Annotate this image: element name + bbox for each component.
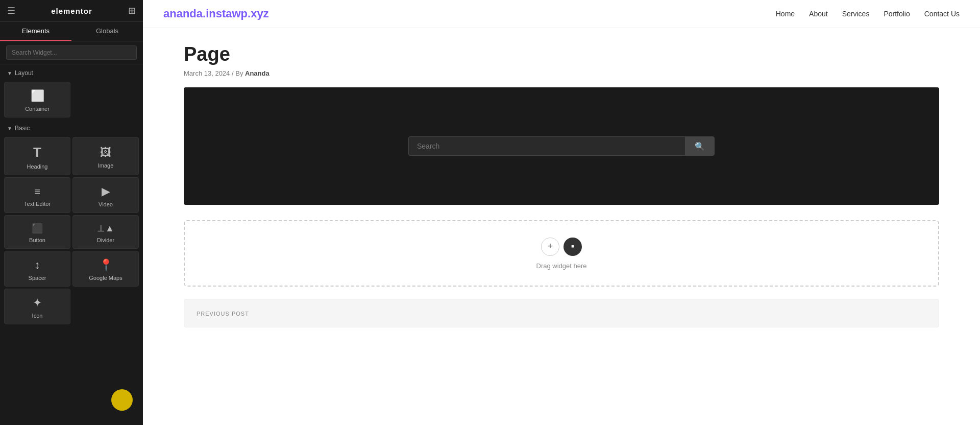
container-icon: ⬜ — [31, 89, 44, 103]
basic-section-label: Basic — [15, 125, 30, 132]
image-label: Image — [98, 162, 114, 169]
image-icon: 🖼 — [100, 146, 111, 159]
widget-video[interactable]: ▶ Video — [72, 177, 139, 213]
google-maps-label: Google Maps — [89, 275, 122, 281]
panel-header: ☰ elementor ⊞ — [0, 0, 143, 22]
nav-link-about[interactable]: About — [809, 10, 828, 18]
heading-label: Heading — [27, 163, 48, 170]
widget-google-maps[interactable]: 📍 Google Maps — [72, 251, 139, 287]
button-label: Button — [29, 237, 45, 243]
basic-arrow-icon: ▼ — [7, 126, 12, 131]
search-input[interactable] — [6, 45, 137, 60]
basic-section-header[interactable]: ▼ Basic — [0, 120, 143, 135]
video-label: Video — [99, 201, 113, 207]
drop-zone: + ▪ Drag widget here — [184, 220, 939, 287]
icon-label: Icon — [32, 313, 43, 319]
page-by-label: By — [235, 69, 243, 77]
site-title: ananda.instawp.xyz — [163, 7, 269, 20]
widget-image[interactable]: 🖼 Image — [72, 137, 139, 175]
add-widget-button[interactable]: + — [541, 238, 559, 256]
widget-container[interactable]: ⬜ Container — [4, 82, 70, 117]
layout-arrow-icon: ▼ — [7, 70, 12, 76]
nav-link-portfolio[interactable]: Portfolio — [884, 10, 910, 18]
widget-heading[interactable]: T Heading — [4, 137, 70, 175]
page-content: Page March 13, 2024 / By Ananda 🔍 + ▪ Dr… — [143, 28, 980, 343]
nav-item-about[interactable]: About — [809, 9, 828, 18]
divider-icon: ⊥▲ — [97, 223, 114, 234]
google-maps-icon: 📍 — [99, 258, 113, 272]
left-panel: ☰ elementor ⊞ Elements Globals ▼ Layout … — [0, 0, 143, 425]
hero-search-input[interactable] — [408, 136, 685, 156]
layout-widgets-grid: ⬜ Container — [0, 80, 143, 120]
nav-link-contact[interactable]: Contact Us — [924, 10, 960, 18]
page-title: Page — [184, 43, 939, 65]
icon-widget-icon: ✦ — [33, 296, 42, 310]
widget-icon[interactable]: ✦ Icon — [4, 289, 70, 324]
button-icon: ⬛ — [32, 223, 43, 234]
page-meta: March 13, 2024 / By Ananda — [184, 69, 939, 77]
widget-divider[interactable]: ⊥▲ Divider — [72, 215, 139, 249]
spacer-label: Spacer — [29, 275, 46, 281]
dark-hero-section: 🔍 — [184, 87, 939, 205]
nav-item-contact[interactable]: Contact Us — [924, 9, 960, 18]
widget-spacer[interactable]: ↕ Spacer — [4, 251, 70, 287]
page-date: March 13, 2024 — [184, 69, 230, 77]
nav-link-services[interactable]: Services — [842, 10, 870, 18]
panel-tabs: Elements Globals — [0, 22, 143, 41]
layout-section-label: Layout — [15, 69, 33, 77]
spacer-icon: ↕ — [35, 258, 40, 272]
elementor-logo: elementor — [51, 7, 92, 15]
page-author: Ananda — [245, 69, 270, 77]
prev-post-label: PREVIOUS POST — [197, 311, 249, 317]
layout-section-header[interactable]: ▼ Layout — [0, 64, 143, 80]
nav-item-services[interactable]: Services — [842, 9, 870, 18]
main-content: ananda.instawp.xyz Home About Services P… — [143, 0, 980, 425]
text-editor-label: Text Editor — [24, 201, 51, 207]
tab-globals[interactable]: Globals — [71, 22, 143, 41]
search-widget: 🔍 — [408, 136, 715, 156]
nav-item-home[interactable]: Home — [776, 9, 795, 18]
nav-link-home[interactable]: Home — [776, 10, 795, 18]
prev-post-bar: PREVIOUS POST — [184, 299, 939, 327]
widget-button[interactable]: ⬛ Button — [4, 215, 70, 249]
tab-elements[interactable]: Elements — [0, 22, 71, 41]
page-meta-separator: / — [232, 69, 234, 77]
grid-icon[interactable]: ⊞ — [128, 5, 136, 16]
heading-icon: T — [33, 145, 41, 160]
drop-label: Drag widget here — [536, 262, 587, 270]
top-nav: ananda.instawp.xyz Home About Services P… — [143, 0, 980, 28]
template-button[interactable]: ▪ — [564, 238, 582, 256]
drop-zone-actions: + ▪ — [541, 238, 582, 256]
nav-links: Home About Services Portfolio Contact Us — [776, 9, 960, 18]
widget-text-editor[interactable]: ≡ Text Editor — [4, 177, 70, 213]
video-icon: ▶ — [102, 185, 110, 198]
basic-widgets-grid: T Heading 🖼 Image ≡ Text Editor ▶ Video … — [0, 135, 143, 326]
text-editor-icon: ≡ — [34, 186, 40, 198]
container-label: Container — [25, 106, 50, 112]
widget-search-bar — [0, 41, 143, 64]
hamburger-icon[interactable]: ☰ — [7, 5, 15, 16]
hero-search-button[interactable]: 🔍 — [685, 136, 715, 156]
floating-circle[interactable] — [111, 389, 133, 411]
divider-label: Divider — [97, 237, 114, 243]
nav-item-portfolio[interactable]: Portfolio — [884, 9, 910, 18]
